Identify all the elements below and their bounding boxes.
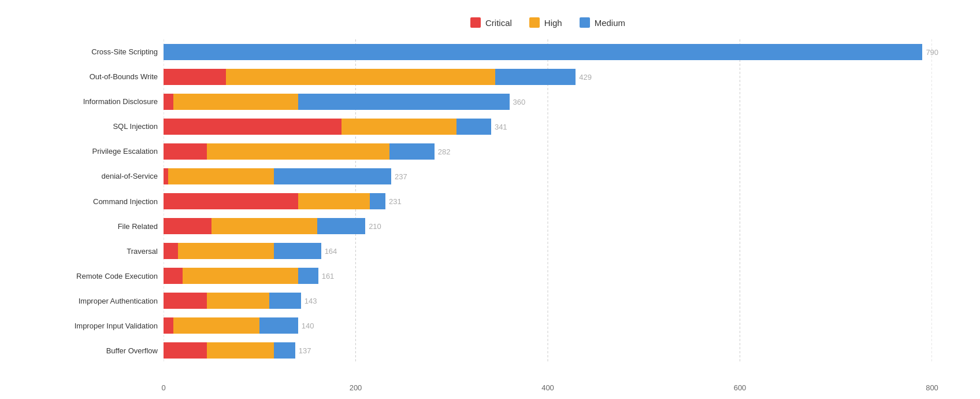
bar-segment-medium	[495, 69, 576, 85]
bar-segment-critical	[164, 94, 173, 110]
bar-stack: 140	[164, 317, 298, 334]
bar-row: Command Injection231	[164, 193, 932, 209]
bar-total-value: 429	[579, 72, 592, 81]
bar-total-value: 164	[325, 247, 337, 256]
bar-row: Traversal164	[164, 243, 932, 259]
legend-item-critical: Critical	[470, 17, 512, 28]
chart-container: Critical High Medium Cross-Site Scriptin…	[13, 6, 967, 393]
bar-stack: 161	[164, 268, 318, 284]
x-tick: 600	[734, 383, 747, 392]
bar-stack: 360	[164, 94, 510, 110]
bar-segment-high	[207, 293, 269, 309]
bar-label: Command Injection	[19, 197, 164, 206]
legend-color	[529, 17, 540, 28]
bar-segment-high	[226, 69, 495, 85]
bar-row: File Related210	[164, 218, 932, 234]
bar-segment-medium	[274, 342, 295, 359]
bar-row: denial-of-Service237	[164, 168, 932, 184]
bar-segment-medium	[269, 293, 301, 309]
bar-segment-high	[341, 119, 457, 135]
bar-segment-high	[298, 193, 370, 209]
bar-segment-medium	[298, 268, 318, 284]
bar-segment-high	[207, 342, 274, 359]
bar-label: Improper Input Validation	[19, 322, 164, 330]
bar-segment-high	[183, 268, 298, 284]
bar-segment-medium	[274, 243, 321, 259]
bar-total-value: 237	[395, 172, 407, 180]
bar-segment-critical	[164, 268, 183, 284]
bar-segment-medium	[370, 193, 385, 209]
bar-row: Buffer Overflow137	[164, 342, 932, 359]
bar-stack: 231	[164, 193, 385, 209]
bar-segment-high	[211, 218, 317, 234]
bar-segment-high	[207, 143, 389, 160]
bar-row: Privilege Escalation282	[164, 143, 932, 160]
x-tick: 400	[541, 383, 554, 392]
bar-label: SQL Injection	[19, 122, 164, 131]
bar-segment-high	[168, 168, 274, 184]
bar-stack: 237	[164, 168, 391, 184]
bar-total-value: 360	[513, 97, 526, 106]
bar-stack: 341	[164, 119, 491, 135]
bar-total-value: 282	[438, 147, 451, 156]
bar-label: Out-of-Bounds Write	[19, 72, 164, 81]
bar-row: Remote Code Execution161	[164, 268, 932, 284]
bar-label: Cross-Site Scripting	[19, 47, 164, 56]
legend-item-medium: Medium	[580, 17, 625, 28]
bar-label: Buffer Overflow	[19, 346, 164, 355]
bars-container: Cross-Site Scripting790Out-of-Bounds Wri…	[164, 39, 932, 363]
bar-total-value: 161	[322, 272, 335, 280]
legend-label: Medium	[595, 18, 625, 28]
bar-stack: 429	[164, 69, 576, 85]
bar-stack: 143	[164, 293, 301, 309]
bar-segment-critical	[164, 168, 168, 184]
legend-color	[470, 17, 481, 28]
bar-segment-medium	[456, 119, 491, 135]
bar-stack: 282	[164, 143, 435, 160]
bar-segment-critical	[164, 317, 173, 334]
bar-label: Traversal	[19, 247, 164, 256]
bar-total-value: 231	[389, 197, 402, 206]
bar-total-value: 143	[305, 297, 317, 305]
legend-item-high: High	[529, 17, 562, 28]
bar-segment-critical	[164, 193, 298, 209]
bar-total-value: 341	[495, 122, 507, 131]
x-tick: 200	[350, 383, 362, 392]
bar-label: File Related	[19, 222, 164, 231]
bar-segment-critical	[164, 119, 341, 135]
bar-segment-critical	[164, 293, 207, 309]
bar-row: Improper Authentication143	[164, 293, 932, 309]
bar-label: Improper Authentication	[19, 297, 164, 305]
bar-segment-high	[178, 243, 274, 259]
bar-row: Improper Input Validation140	[164, 317, 932, 334]
bar-total-value: 790	[926, 47, 938, 56]
bar-row: SQL Injection341	[164, 119, 932, 135]
bar-stack: 164	[164, 243, 321, 259]
bar-label: Information Disclosure	[19, 97, 164, 106]
bar-segment-medium	[317, 218, 365, 234]
bar-row: Out-of-Bounds Write429	[164, 69, 932, 85]
bar-stack: 137	[164, 342, 295, 359]
x-tick: 0	[161, 383, 165, 392]
bar-total-value: 210	[369, 222, 381, 231]
bar-stack: 790	[164, 44, 922, 60]
bar-row: Cross-Site Scripting790	[164, 44, 932, 60]
chart-legend: Critical High Medium	[164, 17, 932, 28]
bar-label: Privilege Escalation	[19, 147, 164, 156]
bar-segment-high	[173, 317, 260, 334]
bar-row: Information Disclosure360	[164, 94, 932, 110]
bar-segment-critical	[164, 342, 207, 359]
legend-label: Critical	[485, 18, 512, 28]
bar-total-value: 140	[302, 322, 314, 330]
bar-segment-critical	[164, 218, 211, 234]
bar-segment-critical	[164, 69, 226, 85]
chart-area: Cross-Site Scripting790Out-of-Bounds Wri…	[164, 39, 932, 363]
bar-segment-critical	[164, 243, 178, 259]
bar-segment-medium	[274, 168, 391, 184]
bar-segment-medium	[164, 44, 922, 60]
bar-segment-high	[173, 94, 298, 110]
legend-label: High	[544, 18, 562, 28]
bar-segment-medium	[298, 94, 510, 110]
bar-segment-medium	[389, 143, 435, 160]
bar-label: Remote Code Execution	[19, 272, 164, 280]
